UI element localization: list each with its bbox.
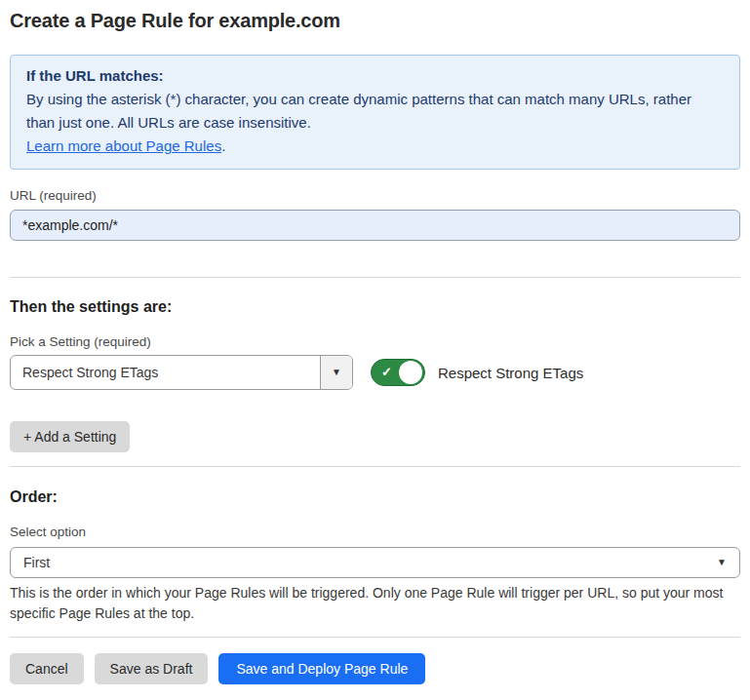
- settings-heading: Then the settings are:: [10, 298, 740, 316]
- info-box-link-line: Learn more about Page Rules.: [26, 135, 724, 158]
- chevron-down-icon: ▼: [332, 368, 341, 377]
- order-select-value: First: [23, 555, 50, 570]
- toggle-knob: [399, 361, 422, 384]
- setting-select[interactable]: Respect Strong ETags ▼: [10, 355, 353, 390]
- footer-actions: Cancel Save as Draft Save and Deploy Pag…: [10, 653, 740, 684]
- save-draft-button[interactable]: Save as Draft: [95, 653, 209, 684]
- info-box-body: By using the asterisk (*) character, you…: [26, 88, 724, 135]
- url-label: URL (required): [10, 188, 740, 203]
- order-select[interactable]: First ▼: [10, 547, 740, 578]
- check-icon: ✓: [381, 365, 392, 379]
- save-deploy-button[interactable]: Save and Deploy Page Rule: [218, 653, 425, 684]
- order-help-text: This is the order in which your Page Rul…: [10, 583, 740, 624]
- learn-more-link[interactable]: Learn more about Page Rules: [26, 137, 221, 154]
- add-setting-button[interactable]: + Add a Setting: [10, 421, 130, 452]
- page-rule-form: Create a Page Rule for example.com If th…: [0, 10, 750, 684]
- chevron-down-icon: ▼: [717, 558, 727, 567]
- toggle-label: Respect Strong ETags: [438, 365, 583, 381]
- cancel-button[interactable]: Cancel: [10, 653, 84, 684]
- setting-row: Respect Strong ETags ▼ ✓ Respect Strong …: [10, 355, 740, 390]
- info-box-heading: If the URL matches:: [26, 64, 724, 88]
- divider: [10, 466, 740, 467]
- setting-toggle[interactable]: ✓: [371, 359, 425, 386]
- setting-select-value: Respect Strong ETags: [11, 356, 320, 389]
- link-suffix: .: [221, 137, 225, 154]
- url-match-info-box: If the URL matches: By using the asteris…: [10, 55, 740, 170]
- select-option-label: Select option: [10, 525, 740, 539]
- pick-setting-label: Pick a Setting (required): [10, 334, 740, 349]
- page-title: Create a Page Rule for example.com: [10, 10, 740, 32]
- url-input[interactable]: [10, 210, 740, 241]
- divider: [10, 637, 740, 638]
- order-heading: Order:: [10, 488, 740, 506]
- divider: [10, 277, 740, 278]
- setting-select-arrow[interactable]: ▼: [320, 356, 352, 389]
